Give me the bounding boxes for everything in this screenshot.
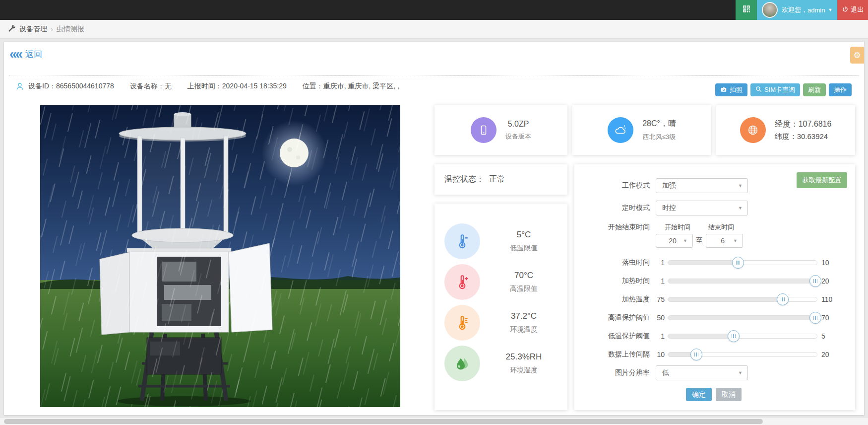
breadcrumb: 设备管理 › 虫情测报 <box>0 20 868 39</box>
ambient-humidity-label: 环境湿度 <box>480 366 567 375</box>
sim-query-button[interactable]: SIM卡查询 <box>750 83 800 96</box>
low-temp-protect-field: 低温保护阈值 1 5 <box>580 327 847 345</box>
heat-time-slider[interactable] <box>668 279 817 283</box>
main-content: «« 返回 ⚙ 设备ID：865650044610778 设备名称：无 上报时间… <box>4 42 864 415</box>
wind-value: 西北风≤3级 <box>642 133 676 142</box>
slider-min: 50 <box>656 314 665 322</box>
ambient-humidity-row: 25.3%RH 环境湿度 <box>444 346 567 381</box>
user-menu[interactable]: 欢迎您， admin ▼ <box>757 0 837 20</box>
low-temp-limit-label: 低温限值 <box>480 244 567 253</box>
high-temp-limit-row: 70°C 高温限值 <box>444 264 567 300</box>
thermometer-high-icon <box>444 264 480 300</box>
status-value: 正常 <box>489 174 505 185</box>
welcome-text: 欢迎您， <box>782 5 807 14</box>
scrollbar-thumb[interactable] <box>4 419 763 424</box>
device-location: 位置：重庆市, 重庆市, 梁平区, , <box>303 82 399 91</box>
drop-time-slider[interactable] <box>668 260 817 265</box>
high-temp-protect-slider[interactable] <box>668 315 817 320</box>
refresh-button[interactable]: 刷新 <box>803 83 826 96</box>
droplet-icon <box>444 346 480 381</box>
device-name: 设备名称：无 <box>130 82 172 91</box>
camera-icon <box>720 86 727 94</box>
back-button[interactable]: «« 返回 <box>9 48 42 61</box>
longitude-value: 经度：107.6816 <box>775 119 832 130</box>
resolution-label: 图片分辨率 <box>580 368 650 377</box>
action-toolbar: 拍照 SIM卡查询 刷新 操作 <box>715 83 852 96</box>
geolocation-card: 经度：107.6816 纬度：30.63924 <box>716 105 855 155</box>
slider-handle[interactable] <box>728 330 740 342</box>
slider-min: 75 <box>656 295 665 303</box>
fetch-latest-config-button[interactable]: 获取最新配置 <box>797 172 847 188</box>
settings-gear-button[interactable]: ⚙ <box>850 47 864 64</box>
status-label: 温控状态： <box>444 174 484 185</box>
operate-button[interactable]: 操作 <box>829 83 852 96</box>
slider-max: 10 <box>821 259 829 267</box>
heat-temp-field: 加热温度 75 110 <box>580 290 847 308</box>
low-temp-limit-value: 5°C <box>480 230 567 240</box>
device-id: 设备ID：865650044610778 <box>28 82 114 91</box>
gear-icon: ⚙ <box>853 50 861 61</box>
search-icon <box>755 86 762 94</box>
wrench-icon <box>8 24 16 34</box>
ambient-temp-value: 37.2°C <box>480 311 567 321</box>
start-time-label: 开始时间 <box>656 223 699 232</box>
upload-interval-slider[interactable] <box>668 352 817 357</box>
ambient-temp-label: 环境温度 <box>480 325 567 334</box>
globe-icon <box>740 117 766 143</box>
low-temp-protect-slider[interactable] <box>668 334 817 339</box>
slider-handle[interactable] <box>809 275 821 287</box>
end-time-select[interactable]: 6 ▼ <box>706 234 743 248</box>
logout-button[interactable]: 退出 <box>837 0 868 20</box>
back-label: 返回 <box>25 49 42 60</box>
horizontal-scrollbar[interactable] <box>0 418 868 425</box>
device-version-value: 5.0ZP <box>505 120 531 129</box>
slider-max: 20 <box>821 351 829 358</box>
start-time-select[interactable]: 20 ▼ <box>656 234 693 248</box>
high-temp-limit-value: 70°C <box>480 271 567 281</box>
slider-max: 110 <box>821 295 832 303</box>
slider-handle[interactable] <box>732 257 744 269</box>
drop-time-field: 落虫时间 1 10 <box>580 253 847 272</box>
slider-min: 1 <box>656 259 665 267</box>
chevron-down-icon: ▼ <box>738 183 743 188</box>
avatar[interactable] <box>762 2 778 18</box>
temp-control-status-card: 温控状态： 正常 <box>434 164 567 195</box>
topbar: 欢迎您， admin ▼ 退出 <box>0 0 868 20</box>
end-time-label: 结束时间 <box>699 223 743 232</box>
photo-button[interactable]: 拍照 <box>715 83 747 96</box>
timer-mode-label: 定时模式 <box>580 204 650 212</box>
timer-mode-select[interactable]: 时控 ▼ <box>656 201 748 215</box>
slider-handle[interactable] <box>809 312 821 324</box>
breadcrumb-separator: › <box>51 25 53 33</box>
confirm-button[interactable]: 确定 <box>686 388 712 401</box>
slider-handle[interactable] <box>690 349 702 360</box>
slider-min: 1 <box>656 277 665 285</box>
high-temp-protect-field: 高温保护阈值 50 70 <box>580 308 847 327</box>
slider-min: 10 <box>656 351 665 358</box>
heat-time-field: 加热时间 1 20 <box>580 272 847 290</box>
high-temp-protect-label: 高温保护阈值 <box>580 313 650 322</box>
slider-max: 5 <box>821 332 825 340</box>
breadcrumb-section[interactable]: 设备管理 <box>19 25 47 34</box>
username: admin <box>807 6 825 14</box>
time-range-label: 开始结束时间 <box>580 223 650 232</box>
weather-card: 28C°，晴 西北风≤3级 <box>572 105 711 155</box>
qr-code-button[interactable] <box>736 0 757 20</box>
slider-min: 1 <box>656 332 665 340</box>
work-mode-select[interactable]: 加强 ▼ <box>656 178 748 193</box>
chevron-down-icon: ▼ <box>738 206 743 211</box>
resolution-select[interactable]: 低 ▼ <box>656 365 748 380</box>
slider-handle[interactable] <box>777 293 789 305</box>
time-range-field: 开始结束时间 开始时间 结束时间 20 ▼ 至 6 ▼ <box>580 223 847 248</box>
work-mode-label: 工作模式 <box>580 181 650 190</box>
sensor-readings-card: 5°C 低温限值 70°C 高温限值 37.2°C 环境温度 <box>434 204 567 410</box>
cancel-button[interactable]: 取消 <box>716 388 742 401</box>
low-temp-protect-label: 低温保护阈值 <box>580 332 650 341</box>
user-icon <box>15 82 24 91</box>
resolution-field: 图片分辨率 低 ▼ <box>580 365 847 380</box>
heat-temp-slider[interactable] <box>668 297 817 302</box>
device-version-card: 5.0ZP 设备版本 <box>434 105 567 155</box>
power-icon <box>842 6 849 14</box>
device-config-card: 获取最新配置 工作模式 加强 ▼ 定时模式 时控 ▼ 开始结束时间 开始时间 结… <box>574 164 855 410</box>
upload-interval-label: 数据上传间隔 <box>580 350 650 359</box>
